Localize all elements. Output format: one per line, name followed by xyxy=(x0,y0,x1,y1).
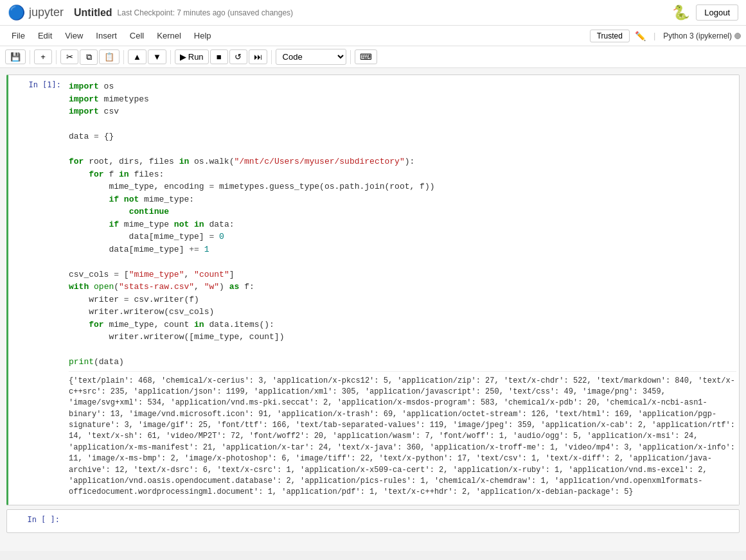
run-button[interactable]: ▶ Run xyxy=(175,49,209,64)
topbar: 🔵 jupyter Untitled Last Checkpoint: 7 mi… xyxy=(0,0,746,26)
menubar-right: Trusted ✏️ | Python 3 (ipykernel) xyxy=(590,30,741,42)
run-label: Run xyxy=(188,52,204,62)
move-cell-up-button[interactable]: ▲ xyxy=(128,49,147,64)
cell-1-body: import os import mimetypes import csv da… xyxy=(66,75,739,505)
toolbar-separator-2 xyxy=(56,50,57,64)
notebook-title[interactable]: Untitled xyxy=(74,7,112,19)
cell-2-code[interactable] xyxy=(67,512,736,530)
toolbar-separator-5 xyxy=(271,50,272,64)
kernel-name: Python 3 (ipykernel) xyxy=(663,31,732,40)
move-cell-down-button[interactable]: ▼ xyxy=(148,49,166,64)
menu-insert[interactable]: Insert xyxy=(89,28,123,43)
toolbar-separator-1 xyxy=(30,50,30,64)
menu-view[interactable]: View xyxy=(58,28,89,43)
copy-cell-button[interactable]: ⧉ xyxy=(80,49,98,65)
cell-2-body[interactable] xyxy=(65,510,739,533)
menu-file[interactable]: File xyxy=(5,28,31,43)
kernel-info: Python 3 (ipykernel) xyxy=(663,31,741,40)
menu-kernel[interactable]: Kernel xyxy=(150,28,188,43)
trusted-button[interactable]: Trusted xyxy=(590,30,630,42)
logout-button[interactable]: Logout xyxy=(696,4,738,21)
interrupt-button[interactable]: ■ xyxy=(210,49,228,64)
cell-1-prompt: In [1]: xyxy=(8,75,66,505)
menu-edit[interactable]: Edit xyxy=(31,28,58,43)
menubar: File Edit View Insert Cell Kernel Help T… xyxy=(0,26,746,46)
cell-2[interactable]: In [ ]: xyxy=(6,509,740,534)
restart-button[interactable]: ↺ xyxy=(229,49,247,64)
run-icon: ▶ xyxy=(180,52,186,62)
menu-cell[interactable]: Cell xyxy=(123,28,150,43)
checkpoint-info: Last Checkpoint: 7 minutes ago (unsaved … xyxy=(118,8,673,17)
kernel-status-indicator xyxy=(734,33,741,39)
jupyter-icon: 🔵 xyxy=(8,4,25,21)
cut-cell-button[interactable]: ✂ xyxy=(60,49,78,64)
edit-pencil-icon[interactable]: ✏️ xyxy=(635,31,646,41)
cell-2-prompt: In [ ]: xyxy=(7,510,65,533)
jupyter-logo: 🔵 jupyter xyxy=(8,4,64,21)
toolbar-separator-6 xyxy=(350,50,351,64)
restart-run-button[interactable]: ⏭ xyxy=(249,49,267,64)
python-logo-icon: 🐍 xyxy=(672,4,689,21)
cell-1-code[interactable]: import os import mimetypes import csv da… xyxy=(69,78,736,371)
save-button[interactable]: 💾 xyxy=(5,49,26,64)
cell-type-selector[interactable]: Code Markdown Raw NBConvert Heading xyxy=(276,49,346,65)
cell-1-output: {'text/plain': 468, 'chemical/x-cerius':… xyxy=(69,371,736,502)
cell-1[interactable]: In [1]: import os import mimetypes impor… xyxy=(6,74,740,505)
add-cell-button[interactable]: + xyxy=(34,49,52,64)
toolbar-separator-3 xyxy=(123,50,124,64)
toolbar: 💾 + ✂ ⧉ 📋 ▲ ▼ ▶ Run ■ ↺ ⏭ Code Markdown … xyxy=(0,46,746,68)
keyboard-shortcuts-button[interactable]: ⌨ xyxy=(355,49,377,64)
jupyter-logo-text: jupyter xyxy=(29,6,64,19)
notebook-main: In [1]: import os import mimetypes impor… xyxy=(0,68,746,551)
toolbar-separator-4 xyxy=(170,50,171,64)
menu-help[interactable]: Help xyxy=(188,28,218,43)
paste-cell-button[interactable]: 📋 xyxy=(99,49,120,64)
